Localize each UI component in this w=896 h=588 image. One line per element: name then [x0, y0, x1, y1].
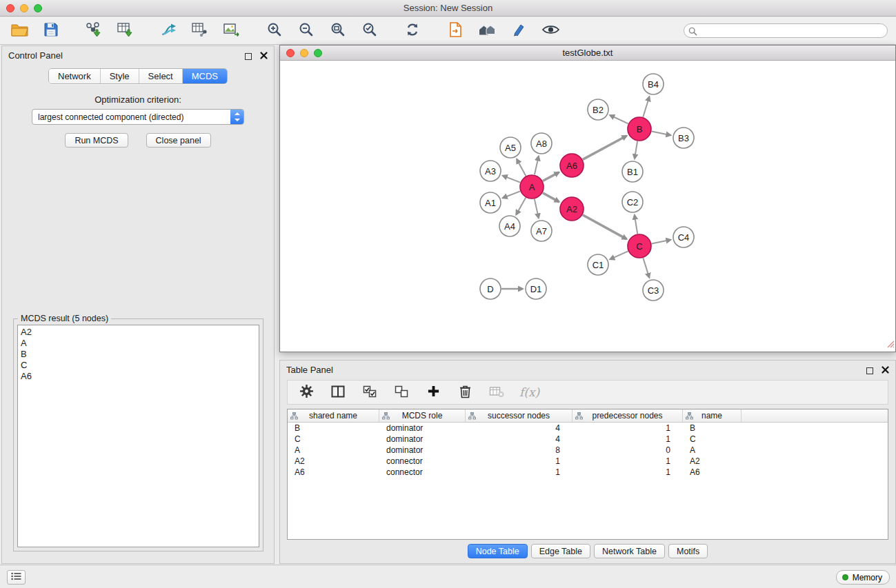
resize-grip-icon[interactable]: [886, 338, 895, 351]
table-cell[interactable]: B: [288, 423, 379, 434]
graph-edge-A-A2[interactable]: [543, 193, 559, 202]
close-panel-icon[interactable]: [260, 51, 268, 61]
float-table-panel-icon[interactable]: [866, 367, 873, 374]
graph-edge-B-B3[interactable]: [652, 132, 671, 136]
graph-edge-C-C3[interactable]: [643, 258, 649, 278]
zoom-window-button[interactable]: [34, 4, 42, 12]
graph-node-C4[interactable]: C4: [673, 227, 694, 247]
import-table-button[interactable]: [115, 21, 137, 41]
close-window-button[interactable]: [6, 4, 14, 12]
graph-edge-B-B2[interactable]: [610, 115, 628, 123]
table-cell[interactable]: connector: [379, 456, 466, 467]
table-cell[interactable]: A: [288, 445, 379, 456]
function-builder-button[interactable]: f(x): [519, 383, 539, 402]
run-mcds-button[interactable]: Run MCDS: [65, 133, 128, 148]
table-row[interactable]: Adominator80A: [288, 445, 888, 456]
table-cell[interactable]: C: [288, 434, 379, 445]
network-minimize-button[interactable]: [300, 49, 308, 57]
graph-edge-B-B1[interactable]: [635, 141, 637, 159]
graph-edge-A-A8[interactable]: [535, 156, 539, 175]
tab-select[interactable]: Select: [139, 69, 183, 83]
graph-edge-B-B4[interactable]: [643, 97, 649, 117]
delete-column-button[interactable]: [456, 383, 474, 402]
mcds-result-item[interactable]: C: [21, 360, 259, 371]
tab-mcds[interactable]: MCDS: [183, 69, 227, 83]
graph-node-A8[interactable]: A8: [531, 133, 552, 154]
graph-node-B3[interactable]: B3: [673, 128, 694, 148]
graph-edge-A-A7[interactable]: [535, 199, 539, 219]
annotation-button[interactable]: [508, 21, 530, 41]
table-cell[interactable]: A2: [683, 456, 741, 467]
network-from-table-button[interactable]: [189, 21, 211, 41]
table-cell[interactable]: 4: [466, 423, 573, 434]
graph-node-A7[interactable]: A7: [531, 221, 552, 241]
graph-node-C[interactable]: C: [628, 234, 651, 258]
tab-network-table[interactable]: Network Table: [594, 544, 665, 558]
mcds-result-item[interactable]: A: [21, 338, 259, 349]
table-cell[interactable]: 1: [466, 456, 573, 467]
mcds-result-item[interactable]: A6: [21, 371, 259, 382]
show-columns-button[interactable]: [329, 383, 347, 402]
apply-layout-button[interactable]: [401, 21, 424, 41]
table-cell[interactable]: C: [683, 434, 741, 445]
graph-node-D[interactable]: D: [480, 278, 501, 299]
graph-edge-A2-C[interactable]: [583, 215, 627, 239]
graph-node-A1[interactable]: A1: [480, 192, 501, 213]
table-settings-button[interactable]: [297, 383, 315, 402]
close-table-panel-icon[interactable]: [882, 365, 889, 376]
optimization-criterion-dropdown[interactable]: largest connected component (directed): [32, 109, 244, 125]
column-header-successor-nodes[interactable]: successor nodes: [466, 409, 573, 422]
graph-node-C3[interactable]: C3: [643, 280, 664, 301]
select-all-button[interactable]: [361, 383, 379, 402]
network-canvas[interactable]: B4B2BB3A5A8A6A3B1AA1C2A2A4A7CC4C1C3DD1: [280, 61, 895, 352]
open-session-button[interactable]: [8, 21, 30, 41]
graph-edge-A-A3[interactable]: [503, 176, 521, 183]
column-header-shared-name[interactable]: shared name: [288, 409, 379, 422]
column-header-MCDS-role[interactable]: MCDS role: [379, 409, 466, 422]
graph-node-A2[interactable]: A2: [560, 197, 584, 221]
graph-node-C1[interactable]: C1: [588, 254, 608, 275]
graph-node-B2[interactable]: B2: [588, 99, 608, 120]
delete-table-button[interactable]: [488, 383, 506, 402]
graph-node-B4[interactable]: B4: [643, 74, 664, 94]
task-history-button[interactable]: [7, 570, 26, 585]
tab-style[interactable]: Style: [101, 69, 139, 83]
graph-node-D1[interactable]: D1: [526, 278, 546, 299]
graph-node-C2[interactable]: C2: [622, 192, 643, 212]
table-row[interactable]: Bdominator41B: [288, 423, 888, 434]
table-cell[interactable]: 1: [573, 467, 683, 478]
table-row[interactable]: A6connector11A6: [288, 467, 888, 478]
add-column-button[interactable]: [424, 383, 442, 402]
minimize-window-button[interactable]: [20, 4, 28, 12]
graph-edge-C-C1[interactable]: [610, 251, 628, 259]
float-panel-icon[interactable]: [245, 53, 252, 60]
table-cell[interactable]: A: [683, 445, 741, 456]
export-image-button[interactable]: [221, 21, 243, 41]
table-cell[interactable]: dominator: [379, 434, 466, 445]
home-button[interactable]: [476, 21, 498, 41]
table-cell[interactable]: B: [683, 423, 741, 434]
graph-edge-A-A6[interactable]: [543, 172, 559, 181]
graph-node-A6[interactable]: A6: [560, 154, 584, 177]
graph-node-A[interactable]: A: [520, 175, 544, 199]
table-cell[interactable]: A2: [288, 456, 379, 467]
tab-edge-table[interactable]: Edge Table: [531, 544, 590, 558]
column-header-name[interactable]: name: [683, 409, 741, 422]
table-row[interactable]: Cdominator41C: [288, 434, 888, 445]
network-close-button[interactable]: [286, 49, 295, 57]
graph-edge-A-A1[interactable]: [503, 191, 521, 198]
tab-motifs[interactable]: Motifs: [668, 544, 708, 558]
mcds-result-item[interactable]: B: [21, 349, 259, 360]
memory-button[interactable]: Memory: [836, 570, 890, 585]
graph-node-B1[interactable]: B1: [622, 161, 643, 182]
graph-edge-A-A5[interactable]: [517, 159, 526, 176]
table-cell[interactable]: 1: [573, 434, 683, 445]
table-cell[interactable]: dominator: [379, 445, 466, 456]
table-cell[interactable]: connector: [379, 467, 466, 478]
table-cell[interactable]: dominator: [379, 423, 466, 434]
graph-edge-A-A4[interactable]: [516, 198, 526, 215]
mcds-result-list[interactable]: A2ABCA6: [17, 325, 259, 547]
graph-edge-A6-B[interactable]: [583, 136, 627, 159]
table-cell[interactable]: A6: [288, 467, 379, 478]
table-cell[interactable]: A6: [683, 467, 741, 478]
